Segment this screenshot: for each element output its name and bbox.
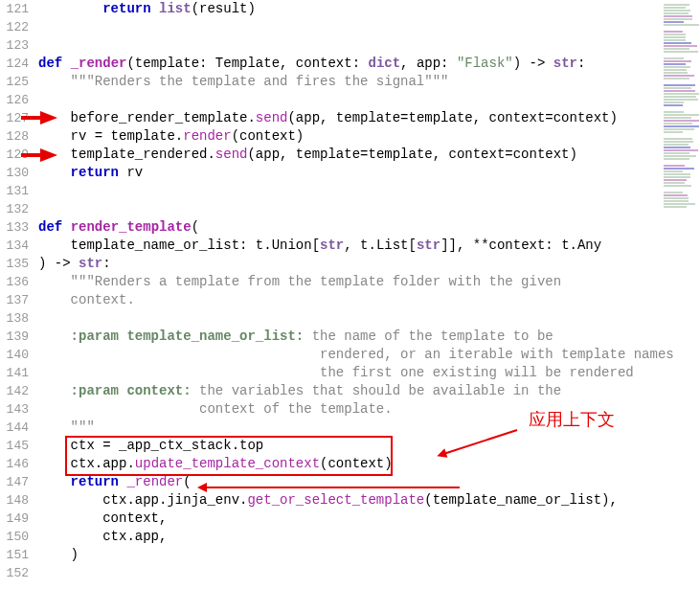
- line-number: 150: [0, 528, 29, 546]
- code-line: the first one existing will be rendered: [38, 364, 674, 382]
- code-line: ctx.app.jinja_env.get_or_select_template…: [38, 491, 674, 510]
- annotation-arrow-icon: [205, 487, 460, 488]
- code-editor[interactable]: 1211221231241251261271281291301311321331…: [0, 0, 661, 589]
- line-number-gutter: 1211221231241251261271281291301311321331…: [0, 0, 34, 589]
- code-line: ): [38, 546, 674, 564]
- annotation-arrow-icon: [40, 148, 57, 162]
- code-line: """Renders the template and fires the si…: [38, 73, 674, 91]
- line-number: 121: [0, 0, 29, 18]
- code-line: [38, 91, 674, 109]
- code-line: rendered, or an iterable with template n…: [38, 346, 674, 364]
- code-line: return _render(: [38, 473, 674, 491]
- line-number: 142: [0, 382, 29, 400]
- code-line: return rv: [38, 164, 674, 182]
- line-number: 146: [0, 455, 29, 473]
- line-number: 126: [0, 91, 29, 109]
- line-number: 136: [0, 273, 29, 291]
- code-line: template_name_or_list: t.Union[str, t.Li…: [38, 237, 674, 255]
- code-line: def _render(template: Template, context:…: [38, 55, 674, 73]
- code-line: rv = template.render(context): [38, 127, 674, 146]
- code-line: before_render_template.send(app, templat…: [38, 109, 674, 127]
- code-line: [38, 36, 674, 55]
- line-number: 152: [0, 564, 29, 582]
- line-number: 135: [0, 255, 29, 273]
- code-line: [38, 18, 674, 36]
- line-number: 123: [0, 36, 29, 55]
- code-line: [38, 182, 674, 200]
- line-number: 139: [0, 328, 29, 346]
- code-line: return list(result): [38, 0, 674, 18]
- code-line: [38, 200, 674, 218]
- line-number: 133: [0, 218, 29, 237]
- line-number: 149: [0, 510, 29, 528]
- line-number: 148: [0, 491, 29, 510]
- line-number: 145: [0, 437, 29, 455]
- code-line: :param template_name_or_list: the name o…: [38, 328, 674, 346]
- code-line: [38, 309, 674, 328]
- line-number: 151: [0, 546, 29, 564]
- line-number: 130: [0, 164, 29, 182]
- line-number: 128: [0, 127, 29, 146]
- code-line: ) -> str:: [38, 255, 674, 273]
- code-line: [38, 564, 674, 582]
- annotation-label: 应用上下文: [529, 408, 615, 431]
- line-number: 131: [0, 182, 29, 200]
- code-area[interactable]: return list(result) def _render(template…: [34, 0, 674, 589]
- line-number: 143: [0, 400, 29, 419]
- code-line: ctx.app,: [38, 528, 674, 546]
- annotation-arrow-icon: [40, 111, 57, 125]
- code-line: context.: [38, 291, 674, 309]
- code-line: context,: [38, 510, 674, 528]
- line-number: 140: [0, 346, 29, 364]
- line-number: 137: [0, 291, 29, 309]
- code-line: ctx = _app_ctx_stack.top: [38, 437, 674, 455]
- line-number: 134: [0, 237, 29, 255]
- line-number: 141: [0, 364, 29, 382]
- line-number: 138: [0, 309, 29, 328]
- line-number: 125: [0, 73, 29, 91]
- line-number: 124: [0, 55, 29, 73]
- code-line: ctx.app.update_template_context(context): [38, 455, 674, 473]
- line-number: 147: [0, 473, 29, 491]
- code-line: template_rendered.send(app, template=tem…: [38, 146, 674, 164]
- code-line: """Renders a template from the template …: [38, 273, 674, 291]
- minimap[interactable]: [662, 0, 700, 211]
- code-line: :param context: the variables that shoul…: [38, 382, 674, 400]
- line-number: 144: [0, 419, 29, 437]
- line-number: 132: [0, 200, 29, 218]
- code-line: def render_template(: [38, 218, 674, 237]
- line-number: 122: [0, 18, 29, 36]
